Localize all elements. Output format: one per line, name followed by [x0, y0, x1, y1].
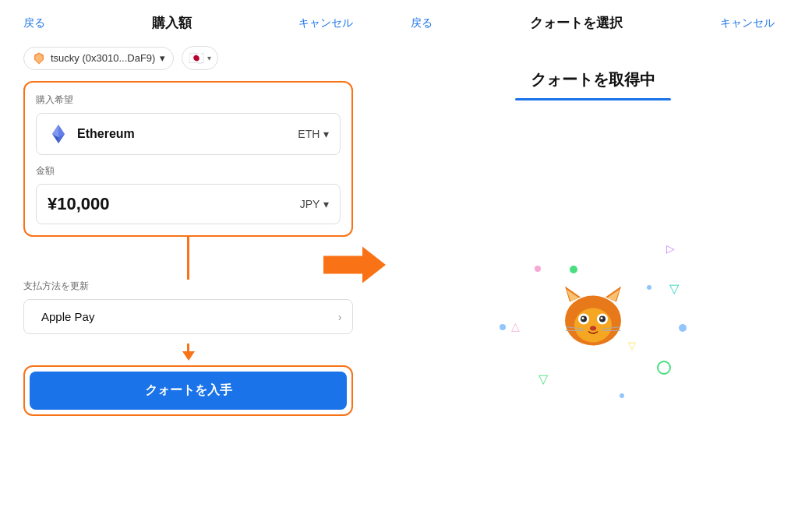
decorative-dot-green-sm	[570, 266, 577, 273]
purchase-label: 購入希望	[36, 93, 341, 107]
decorative-dot-blue-sm	[647, 285, 651, 290]
quote-underline	[515, 98, 671, 100]
svg-marker-6	[323, 246, 386, 283]
get-quote-button[interactable]: クォートを入手	[30, 372, 347, 410]
payment-method-row[interactable]: Apple Pay ›	[23, 299, 353, 334]
payment-chevron-right-icon: ›	[338, 311, 342, 323]
vertical-connector-line	[187, 237, 189, 280]
left-page-title: 購入額	[152, 14, 192, 32]
right-arrow-icon	[323, 243, 386, 286]
decorative-dot-blue-right	[679, 324, 687, 332]
svg-point-18	[600, 317, 602, 319]
wallet-address: tsucky (0x3010...DaF9)	[51, 52, 155, 64]
svg-point-19	[590, 326, 596, 331]
crypto-ticker: ETH	[298, 128, 320, 140]
quote-title-wrapper: クォートを取得中	[411, 69, 775, 100]
right-cancel-button[interactable]: キャンセル	[720, 16, 775, 30]
currency-chevron-icon: ▾	[323, 198, 329, 210]
currency-selector: JPY ▾	[300, 198, 330, 210]
wallet-chevron-icon: ▾	[160, 52, 165, 64]
right-panel: 戻る クォートを選択 キャンセル クォートを取得中 ▷ △ ▽ ▽ ▽	[387, 0, 798, 532]
payment-left: Apple Pay	[35, 310, 94, 323]
left-back-button[interactable]: 戻る	[23, 16, 45, 30]
amount-input-box[interactable]: ¥10,000 JPY ▾	[36, 184, 341, 224]
decorative-circle-green-outline	[657, 361, 671, 375]
payment-method-name: Apple Pay	[41, 310, 94, 323]
decorative-dot-blue-bottom	[620, 393, 624, 398]
down-arrow-icon	[182, 351, 195, 361]
left-panel: 戻る 購入額 キャンセル tsucky (0x3010...DaF9) ▾ 🇯🇵…	[0, 0, 376, 532]
currency-label: JPY	[300, 198, 320, 210]
decorative-triangle-teal: ▽	[669, 281, 679, 296]
fox-container: ▷ △ ▽ ▽ ▽	[492, 223, 694, 425]
right-page-title: クォートを選択	[530, 14, 623, 32]
right-header: 戻る クォートを選択 キャンセル	[411, 0, 775, 46]
metamask-icon	[32, 51, 46, 65]
quote-loading-title: クォートを取得中	[531, 69, 655, 90]
decorative-dot-blue-left	[500, 324, 506, 330]
purchase-amount-box: 購入希望 Ethereum ETH ▾ 金額 ¥10,000 JPY	[23, 81, 353, 237]
svg-point-17	[581, 317, 584, 319]
svg-point-8	[574, 308, 612, 343]
vertical-line-to-button	[187, 344, 189, 351]
right-back-button[interactable]: 戻る	[411, 16, 433, 30]
crypto-chevron-icon: ▾	[323, 128, 329, 140]
flag-selector[interactable]: 🇯🇵 ▾	[182, 46, 218, 70]
wallet-selector[interactable]: tsucky (0x3010...DaF9) ▾	[23, 47, 174, 70]
amount-label: 金額	[36, 164, 341, 178]
payment-method-label: 支払方法を更新	[23, 280, 353, 293]
get-quote-wrapper: クォートを入手	[23, 365, 353, 416]
wallet-row: tsucky (0x3010...DaF9) ▾ 🇯🇵 ▾	[23, 46, 353, 70]
crypto-ticker-area: ETH ▾	[298, 128, 329, 140]
metamask-fox-image	[554, 280, 632, 368]
left-cancel-button[interactable]: キャンセル	[298, 16, 353, 30]
crypto-name: Ethereum	[77, 127, 135, 141]
flag-icon: 🇯🇵	[189, 51, 204, 65]
panel-arrow	[323, 243, 386, 289]
left-header: 戻る 購入額 キャンセル	[23, 0, 353, 46]
ethereum-icon	[48, 123, 69, 145]
fox-area: ▷ △ ▽ ▽ ▽	[411, 116, 775, 532]
crypto-left: Ethereum	[48, 123, 135, 145]
decorative-triangle-pink: △	[511, 320, 520, 333]
payment-section: 支払方法を更新 Apple Pay ›	[23, 280, 353, 344]
decorative-triangle-down-green: ▽	[538, 372, 548, 386]
amount-value: ¥10,000	[48, 194, 110, 214]
decorative-triangle-purple: ▷	[666, 242, 675, 255]
flag-chevron-icon: ▾	[207, 54, 211, 62]
crypto-selector[interactable]: Ethereum ETH ▾	[36, 113, 341, 155]
decorative-dot-pink	[535, 266, 541, 272]
